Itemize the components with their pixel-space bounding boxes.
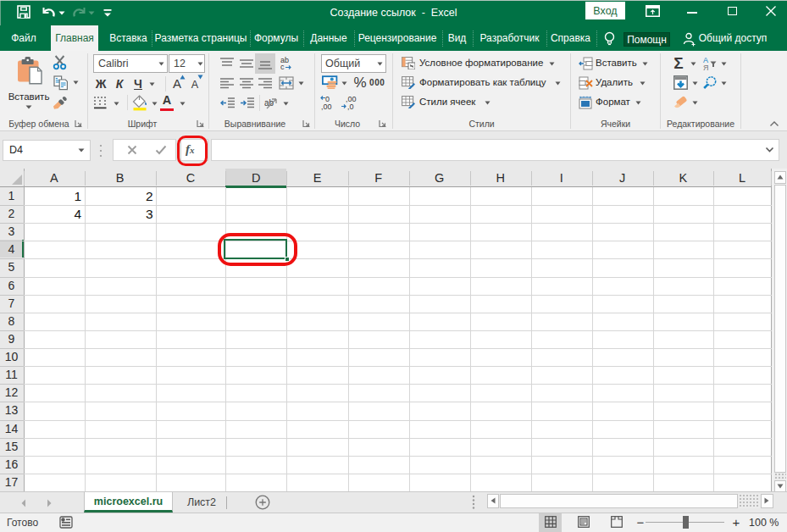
svg-text:,0: ,0 <box>347 103 354 111</box>
svg-text:Я: Я <box>703 64 709 71</box>
svg-text:c: c <box>280 63 285 71</box>
svg-text:,00: ,00 <box>321 103 332 111</box>
